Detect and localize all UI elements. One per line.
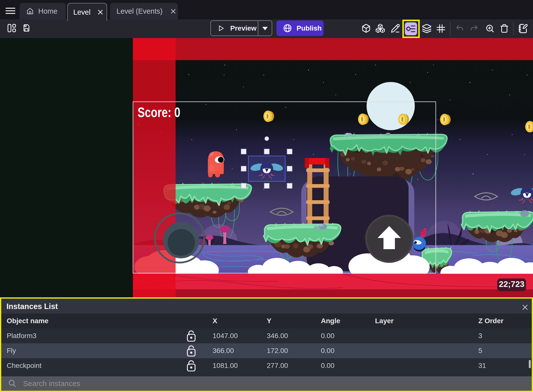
svg-text:22;723: 22;723: [499, 279, 525, 289]
svg-text:Score: 0: Score: 0: [138, 104, 180, 120]
